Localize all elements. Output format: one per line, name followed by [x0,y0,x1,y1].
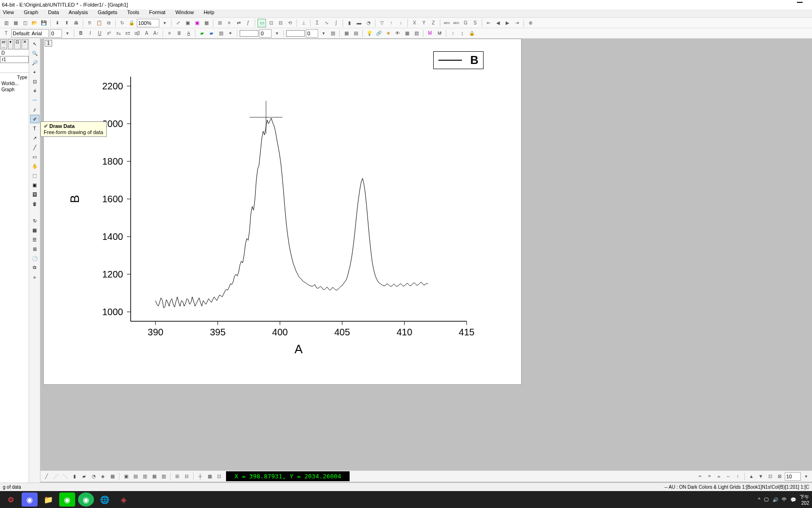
explorer-icon[interactable]: 📁 [40,492,56,507]
pe-row[interactable]: r1 [0,56,29,63]
sort-desc-icon[interactable]: ↓ [397,19,405,27]
pe-row[interactable]: Graph [0,87,29,93]
save-icon[interactable]: 💾 [39,19,48,27]
minimize-icon[interactable] [797,2,803,3]
stack-icon[interactable]: ≡ [225,19,234,27]
time-icon[interactable]: 🕐 [30,254,39,262]
stats-icon[interactable]: Σ [313,19,321,27]
hatch-icon[interactable]: ▨ [328,29,337,38]
chrome-icon[interactable]: 🌐 [97,492,113,507]
insert-image-icon[interactable]: 🖼 [30,190,39,198]
last-icon[interactable]: ⇥ [513,19,521,27]
integrate-icon[interactable]: ∫ [332,19,340,27]
line-width-dropdown-icon[interactable]: ▾ [273,29,281,38]
menu-window[interactable]: Window [175,9,194,15]
graph-window[interactable]: 1 B 390395400405410415100012001400160018… [43,39,522,385]
first-icon[interactable]: ⇤ [484,19,493,27]
menu-data[interactable]: Data [48,9,59,15]
insert-graph-icon[interactable]: ▣ [30,181,39,189]
pie-icon[interactable]: ◔ [89,472,98,481]
pe-dropdown-icon[interactable]: er ... [0,39,7,49]
back-icon[interactable]: ▼ [757,472,765,481]
border-width-combo[interactable] [306,29,318,38]
tray-chevron-icon[interactable]: ^ [758,497,760,502]
layout1-icon[interactable]: ⊞ [173,472,181,481]
layout-icon[interactable]: ▧ [412,29,421,38]
greek-icon[interactable]: αβ [133,29,141,38]
increase-font-icon[interactable]: A↑ [152,29,160,38]
copy-icon[interactable]: ⎘ [86,19,94,27]
line-width-combo[interactable] [259,29,272,38]
ungroup-icon[interactable]: ⊠ [775,472,784,481]
table-icon[interactable]: ▤ [351,29,360,38]
z-label-icon[interactable]: Z [429,19,437,27]
pan-tool-icon[interactable]: ✋ [30,162,39,170]
filter-icon[interactable]: ▽ [378,19,386,27]
menu-help[interactable]: Help [203,9,214,15]
menu-tools[interactable]: Tools [127,9,140,15]
pie-plot-icon[interactable]: ◔ [364,19,373,27]
zoom-out-tool-icon[interactable]: 🔎 [30,58,39,67]
s-icon[interactable]: S [471,19,479,27]
tray-display-icon[interactable]: 🖵 [764,497,769,502]
template1-icon[interactable]: ▣ [122,472,130,481]
template4-icon[interactable]: ▦ [150,472,158,481]
3d-icon[interactable]: ◈ [99,472,107,481]
swap-icon[interactable]: ⇄ [234,19,243,27]
light-icon[interactable]: 💡 [365,29,374,38]
bold-icon[interactable]: B [77,29,85,38]
zoom-dropdown-icon[interactable]: ▾ [160,19,169,27]
scatter-plot-icon[interactable]: ⋰ [52,472,60,481]
axes-dialog-icon[interactable]: ⊥ [299,19,308,27]
rotate-icon[interactable]: ↻ [30,216,39,225]
pe-row[interactable]: D [0,50,29,56]
line-color-icon[interactable]: ▰ [207,29,216,38]
import-icon[interactable]: ⬇ [53,19,62,27]
text-color-icon[interactable]: A̲ [184,29,193,38]
menu-graph[interactable]: Graph [24,9,39,15]
line-symbol-icon[interactable]: ⋱ [61,472,70,481]
zoom-combo[interactable] [137,19,159,27]
new-workbook-icon[interactable]: ▦ [11,19,20,27]
y-label-icon[interactable]: Y [420,19,428,27]
font-icon[interactable]: T [2,29,10,38]
template2-icon[interactable]: ▤ [131,472,140,481]
print-icon[interactable]: 🖶 [72,19,80,27]
draw-data-icon[interactable]: ✐ [30,115,39,123]
screen-reader-icon[interactable]: + [30,68,39,76]
pattern-icon[interactable]: ▨ [217,29,225,38]
data-cursor-icon[interactable]: +̇ [30,87,39,95]
measure-icon[interactable]: ⊡ [215,472,223,481]
pointer-icon[interactable]: ↖ [30,40,39,48]
new-layout-icon[interactable]: ▦ [30,226,39,234]
refresh-icon[interactable]: ↻ [118,19,126,27]
pe-pin-icon[interactable]: ⊡ [14,39,21,49]
extract-layer-icon[interactable]: ▣ [193,19,201,27]
align-center-icon[interactable]: ≣ [175,29,183,38]
new-project-icon[interactable]: ▥ [2,19,10,27]
menu-format[interactable]: Format [149,9,165,15]
supersub-icon[interactable]: x± [124,29,132,38]
new-graph-icon[interactable]: ◫ [21,19,29,27]
app-icon[interactable]: ⊕ [526,19,535,27]
prev-icon[interactable]: ◀ [494,19,502,27]
x-label-icon[interactable]: X [410,19,419,27]
delete-icon[interactable]: 🗑 [30,199,39,208]
line-plot-icon[interactable]: ╱ [42,472,51,481]
link-icon[interactable]: 🔗 [375,29,383,38]
align-left-icon[interactable]: ≡ [165,29,174,38]
size-input[interactable] [785,472,801,481]
column-plot-icon[interactable]: ▮ [345,19,354,27]
line-style-combo[interactable] [240,30,258,37]
paste-icon[interactable]: 📋 [95,19,103,27]
next-icon[interactable]: ▶ [503,19,512,27]
menu-gadgets[interactable]: Gadgets [98,9,117,15]
font-color-icon[interactable]: A [142,29,151,38]
text-tool-icon[interactable]: T [30,124,39,133]
menu-analysis[interactable]: Analysis [69,9,88,15]
align-top-icon[interactable]: ⫧ [696,472,704,481]
region-tool-icon[interactable]: ⬚ [30,171,39,180]
subscript-icon[interactable]: x₂ [114,29,123,38]
front-icon[interactable]: ▲ [747,472,756,481]
font-size-dropdown-icon[interactable]: ▾ [63,29,71,38]
